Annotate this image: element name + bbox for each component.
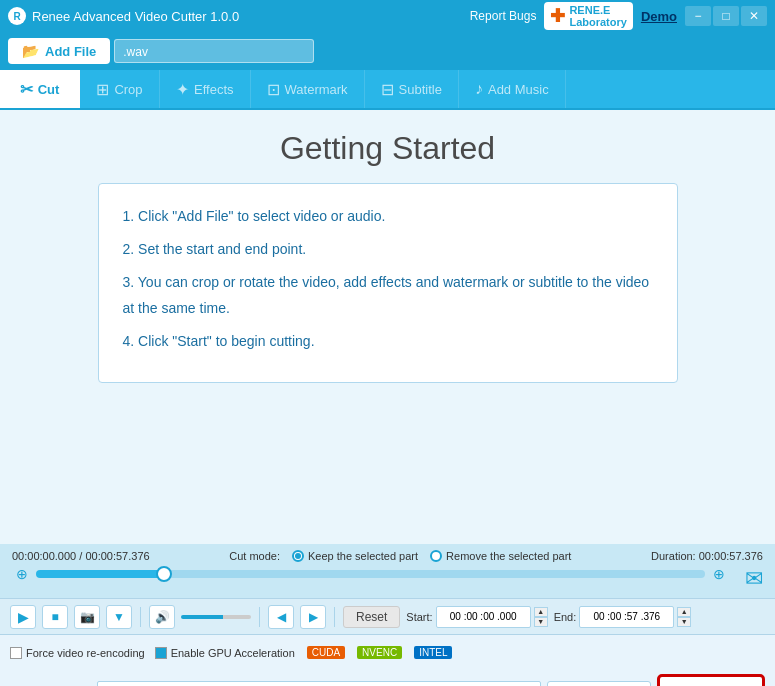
volume-button[interactable]: 🔊	[149, 605, 175, 629]
report-bugs-link[interactable]: Report Bugs	[470, 9, 537, 23]
add-file-label: Add File	[45, 44, 96, 59]
company-name: RENE.ELaboratory	[569, 4, 626, 28]
start-spin[interactable]: ▲ ▼	[534, 607, 548, 627]
nav-tabs: ✂ Cut ⊞ Crop ✦ Effects ⊡ Watermark ⊟ Sub…	[0, 70, 775, 110]
screenshot-dropdown[interactable]: ▼	[106, 605, 132, 629]
force-reencode-label: Force video re-encoding	[26, 647, 145, 659]
start-time-group: Start: ▲ ▼	[406, 606, 547, 628]
separator-2	[259, 607, 260, 627]
cut-mode-label: Cut mode:	[229, 550, 280, 562]
tab-cut[interactable]: ✂ Cut	[0, 70, 80, 108]
cut-tab-icon: ✂	[20, 80, 33, 99]
output-settings-button[interactable]: Output Settings	[547, 681, 652, 686]
effects-tab-icon: ✦	[176, 80, 189, 99]
crop-tab-icon: ⊞	[96, 80, 109, 99]
step-4: 4. Click "Start" to begin cutting.	[123, 329, 653, 354]
screenshot-button[interactable]: 📷	[74, 605, 100, 629]
subtitle-tab-label: Subtitle	[399, 82, 442, 97]
add-file-icon: 📂	[22, 43, 39, 59]
watermark-tab-label: Watermark	[285, 82, 348, 97]
file-path-display: .wav	[114, 39, 314, 63]
main-content: Getting Started 1. Click "Add File" to s…	[0, 110, 775, 544]
step-1: 1. Click "Add File" to select video or a…	[123, 204, 653, 229]
start-spin-down[interactable]: ▼	[534, 617, 548, 627]
getting-started-title: Getting Started	[280, 130, 495, 167]
effects-tab-label: Effects	[194, 82, 234, 97]
cross-icon: ✚	[550, 5, 565, 27]
keep-radio-button[interactable]	[292, 550, 304, 562]
enable-gpu-label: Enable GPU Acceleration	[171, 647, 295, 659]
start-button[interactable]: Start	[657, 674, 765, 686]
end-spin-up[interactable]: ▲	[677, 607, 691, 617]
controls-bar: ▶ ■ 📷 ▼ 🔊 ◀ ▶ Reset Start: ▲ ▼ End: ▲ ▼	[0, 598, 775, 634]
remove-selected-radio[interactable]: Remove the selected part	[430, 550, 571, 562]
crop-tab-label: Crop	[114, 82, 142, 97]
slider-thumb[interactable]	[156, 566, 172, 582]
keep-selected-radio[interactable]: Keep the selected part	[292, 550, 418, 562]
timeline-slider[interactable]	[36, 570, 705, 578]
separator-1	[140, 607, 141, 627]
slider-end-icon: ⊕	[709, 566, 729, 582]
reset-button[interactable]: Reset	[343, 606, 400, 628]
duration-display: Duration: 00:00:57.376	[651, 550, 763, 562]
title-bar: R Renee Advanced Video Cutter 1.0.0 Repo…	[0, 0, 775, 32]
getting-started-box: 1. Click "Add File" to select video or a…	[98, 183, 678, 383]
play-button[interactable]: ▶	[10, 605, 36, 629]
separator-3	[334, 607, 335, 627]
next-frame-button[interactable]: ▶	[300, 605, 326, 629]
prev-frame-button[interactable]: ◀	[268, 605, 294, 629]
timeline-area: 00:00:00.000 / 00:00:57.376 Cut mode: Ke…	[0, 544, 775, 598]
rene-logo: ✚ RENE.ELaboratory	[544, 2, 632, 30]
add-music-tab-icon: ♪	[475, 80, 483, 98]
end-spin-down[interactable]: ▼	[677, 617, 691, 627]
demo-link[interactable]: Demo	[641, 9, 677, 24]
output-format-select[interactable]: MP4 1080P Video (*.mp4)	[97, 681, 541, 686]
tab-effects[interactable]: ✦ Effects	[160, 70, 251, 108]
start-time-input[interactable]	[436, 606, 531, 628]
end-spin[interactable]: ▲ ▼	[677, 607, 691, 627]
watermark-tab-icon: ⊡	[267, 80, 280, 99]
tab-crop[interactable]: ⊞ Crop	[80, 70, 160, 108]
enable-gpu-checkbox[interactable]: Enable GPU Acceleration	[155, 647, 295, 659]
current-time-display: 00:00:00.000 / 00:00:57.376	[12, 550, 150, 562]
remove-selected-label: Remove the selected part	[446, 550, 571, 562]
logo-icon: R	[13, 11, 20, 22]
force-reencode-cb[interactable]	[10, 647, 22, 659]
remove-radio-button[interactable]	[430, 550, 442, 562]
add-file-button[interactable]: 📂 Add File	[8, 38, 110, 64]
tab-add-music[interactable]: ♪ Add Music	[459, 70, 566, 108]
start-label: Start:	[406, 611, 432, 623]
email-icon[interactable]: ✉	[745, 566, 763, 592]
cut-tab-label: Cut	[38, 82, 60, 97]
subtitle-tab-icon: ⊟	[381, 80, 394, 99]
slider-start-icon: ⊕	[12, 566, 32, 582]
maximize-button[interactable]: □	[713, 6, 739, 26]
end-time-group: End: ▲ ▼	[554, 606, 692, 628]
minimize-button[interactable]: −	[685, 6, 711, 26]
force-reencode-checkbox[interactable]: Force video re-encoding	[10, 647, 145, 659]
cuda-badge: CUDA	[307, 646, 345, 659]
volume-slider[interactable]	[181, 615, 251, 619]
add-music-tab-label: Add Music	[488, 82, 549, 97]
toolbar: 📂 Add File .wav	[0, 32, 775, 70]
stop-button[interactable]: ■	[42, 605, 68, 629]
end-time-input[interactable]	[579, 606, 674, 628]
intel-badge: INTEL	[414, 646, 452, 659]
keep-selected-label: Keep the selected part	[308, 550, 418, 562]
gpu-options-row: Force video re-encoding Enable GPU Accel…	[0, 634, 775, 670]
step-2: 2. Set the start and end point.	[123, 237, 653, 262]
start-spin-up[interactable]: ▲	[534, 607, 548, 617]
enable-gpu-cb[interactable]	[155, 647, 167, 659]
app-logo: R	[8, 7, 26, 25]
end-label: End:	[554, 611, 577, 623]
nvenc-badge: NVENC	[357, 646, 402, 659]
app-title: Renee Advanced Video Cutter 1.0.0	[32, 9, 239, 24]
tab-subtitle[interactable]: ⊟ Subtitle	[365, 70, 459, 108]
step-3: 3. You can crop or rotate the video, add…	[123, 270, 653, 320]
tab-watermark[interactable]: ⊡ Watermark	[251, 70, 365, 108]
close-button[interactable]: ✕	[741, 6, 767, 26]
